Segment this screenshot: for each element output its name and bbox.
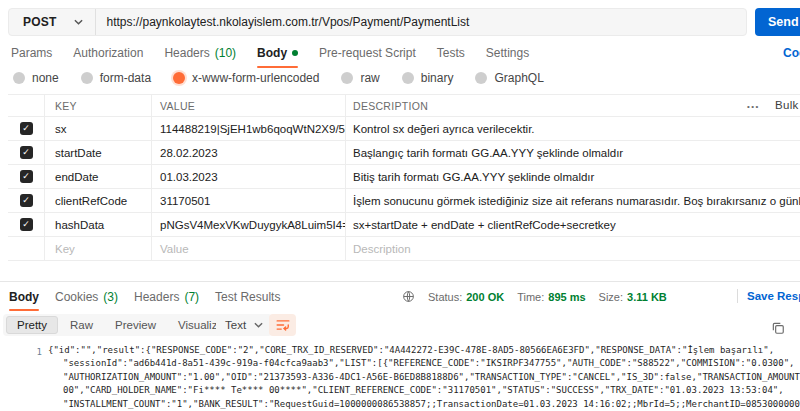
tab[interactable]: Authorization (73, 45, 143, 61)
response-meta-item: Size: 3.11 KB (599, 291, 667, 303)
param-row: ✓ hashData pNGsV4MexVKwDuygykA8Luim5I4= … (8, 213, 800, 237)
tab[interactable]: Test Results (215, 289, 280, 305)
format-dropdown-value: Text (225, 319, 246, 331)
response-view-option[interactable]: Pretty (6, 316, 58, 334)
chevron-down-icon (74, 19, 83, 25)
network-icon (402, 290, 415, 303)
checkmark-icon: ✓ (22, 196, 30, 205)
body-mode-radio[interactable]: form-data (81, 71, 151, 85)
params-table-header: KEY VALUE DESCRIPTION ••• Bulk Edit (8, 95, 800, 117)
line-number: 1 (28, 346, 42, 359)
param-key-input[interactable]: Key (44, 237, 151, 260)
cookies-link[interactable]: Cookies (783, 46, 800, 60)
body-mode-radio[interactable]: none (13, 71, 59, 85)
code-line: "INSTALLMENT_COUNT":"1","BANK_RESULT":"R… (48, 398, 800, 411)
response-meta-item: Time: 895 ms (517, 291, 585, 303)
response-tabs: Body Cookies (3) Headers (7) Test Result… (9, 289, 280, 305)
method-selector[interactable]: POST (9, 9, 95, 35)
param-value-cell[interactable]: 01.03.2023 (151, 165, 345, 188)
tab[interactable]: Params (11, 45, 52, 61)
tab[interactable]: Cookies (3) (55, 289, 118, 305)
url-input[interactable]: https://paynkolaytest.nkolayislem.com.tr… (96, 15, 469, 29)
radio-icon (13, 72, 25, 84)
param-description-cell[interactable]: sx+startDate + endDate + clientRefCode+s… (345, 213, 800, 236)
tab[interactable]: Body (9, 289, 39, 305)
checkmark-icon: ✓ (22, 124, 30, 133)
postman-window: { "icons": { "checkmark": "✓", "more": "… (0, 0, 800, 411)
tab[interactable]: Tests (437, 45, 465, 61)
bulk-edit-button[interactable]: Bulk Edit (775, 99, 800, 111)
response-view-option[interactable]: Raw (60, 317, 103, 333)
value-column-header: VALUE (151, 95, 345, 116)
tab[interactable]: Settings (486, 45, 529, 61)
param-key-cell[interactable]: endDate (44, 165, 151, 188)
body-mode-radio[interactable]: binary (402, 71, 454, 85)
tab[interactable]: Headers (7) (134, 289, 199, 305)
row-checkbox[interactable]: ✓ (20, 218, 33, 231)
code-line: "sessionId":"ad6b441d-8a51-439c-919a-f04… (48, 357, 800, 370)
body-mode-radio[interactable]: raw (341, 71, 379, 85)
wrap-lines-button[interactable] (269, 314, 296, 336)
response-json-text: {"id":"","result":{"RESPONSE_CODE":"2","… (48, 344, 800, 411)
body-mode-radio[interactable]: x-www-form-urlencoded (173, 71, 319, 85)
param-key-cell[interactable]: clientRefCode (44, 189, 151, 212)
radio-icon (341, 72, 353, 84)
tab[interactable]: Pre-request Script (319, 45, 416, 61)
tab[interactable]: Body (257, 45, 298, 61)
format-dropdown[interactable]: Text (216, 314, 272, 336)
param-row: ✓ clientRefCode 31170501 İşlem sonucunu … (8, 189, 800, 213)
send-button[interactable]: Send (755, 8, 800, 36)
param-description-input[interactable]: Description (345, 237, 800, 260)
tab-count-badge: (3) (103, 290, 118, 304)
tab-count-badge: (7) (184, 290, 199, 304)
param-row: ✓ sx 114488219|SjEH1wb6qoqWtN2X9/5Y6sVy/… (8, 117, 800, 141)
param-key-cell[interactable]: sx (44, 117, 151, 140)
request-tabs: Params Authorization Headers (10) Body P… (11, 45, 529, 61)
param-value-input[interactable]: Value (151, 237, 345, 260)
params-rows: ✓ sx 114488219|SjEH1wb6qoqWtN2X9/5Y6sVy/… (8, 117, 800, 237)
chevron-down-icon (254, 322, 263, 328)
params-table: KEY VALUE DESCRIPTION ••• Bulk Edit ✓ sx… (8, 94, 800, 261)
response-view-switcher: Pretty Raw Preview Visualize (3, 314, 237, 336)
save-response-button[interactable]: Save Response (747, 290, 800, 302)
response-meta-item: Status: 200 OK (428, 291, 504, 303)
checkmark-icon: ✓ (22, 148, 30, 157)
row-checkbox[interactable]: ✓ (20, 170, 33, 183)
response-body-viewer: 1 {"id":"","result":{"RESPONSE_CODE":"2"… (0, 344, 800, 411)
param-description-cell[interactable]: Bitiş tarih formatı GG.AA.YYY şeklinde o… (345, 165, 800, 188)
param-description-cell[interactable]: Kontrol sx değeri ayrıca verilecektir. (345, 117, 800, 140)
response-view-option[interactable]: Preview (105, 317, 166, 333)
code-line: "AUTHORIZATION_AMOUNT":"1.00","OID":"213… (48, 371, 800, 384)
param-value-cell[interactable]: pNGsV4MexVKwDuygykA8Luim5I4= (151, 213, 345, 236)
tab[interactable]: Headers (10) (164, 45, 236, 61)
radio-icon (81, 72, 93, 84)
more-actions-icon[interactable]: ••• (747, 102, 760, 111)
param-row-empty: Key Value Description (8, 237, 800, 261)
param-value-cell[interactable]: 31170501 (151, 189, 345, 212)
param-key-cell[interactable]: hashData (44, 213, 151, 236)
code-line: {"id":"","result":{"RESPONSE_CODE":"2","… (48, 344, 800, 357)
method-label: POST (23, 15, 56, 29)
param-row: ✓ startDate 28.02.2023 Başlangıç tarih f… (8, 141, 800, 165)
param-value-cell[interactable]: 28.02.2023 (151, 141, 345, 164)
row-checkbox[interactable]: ✓ (20, 194, 33, 207)
code-line: 00","CARD_HOLDER_NAME":"Fi**** Te**** 00… (48, 384, 800, 397)
unsaved-dot-icon (292, 50, 298, 56)
checkmark-icon: ✓ (22, 172, 30, 181)
wrap-lines-icon (276, 319, 290, 331)
copy-response-button[interactable] (771, 321, 785, 335)
radio-icon (475, 72, 487, 84)
save-response-area: Save Response (737, 289, 800, 303)
param-description-cell[interactable]: İşlem sonucunu görmek istediğiniz size a… (345, 189, 800, 212)
param-row: ✓ endDate 01.03.2023 Bitiş tarih formatı… (8, 165, 800, 189)
param-key-cell[interactable]: startDate (44, 141, 151, 164)
tab-count-badge: (10) (215, 46, 236, 60)
row-checkbox[interactable]: ✓ (20, 122, 33, 135)
param-description-cell[interactable]: Başlangıç tarih formatı GG.AA.YYY şeklin… (345, 141, 800, 164)
radio-icon (173, 72, 185, 84)
divider (737, 289, 738, 303)
request-url-bar: POST https://paynkolaytest.nkolayislem.c… (8, 8, 747, 36)
body-mode-radio[interactable]: GraphQL (475, 71, 543, 85)
param-value-cell[interactable]: 114488219|SjEH1wb6qoqWtN2X9/5Y6sVy/... (151, 117, 345, 140)
row-checkbox[interactable]: ✓ (20, 146, 33, 159)
